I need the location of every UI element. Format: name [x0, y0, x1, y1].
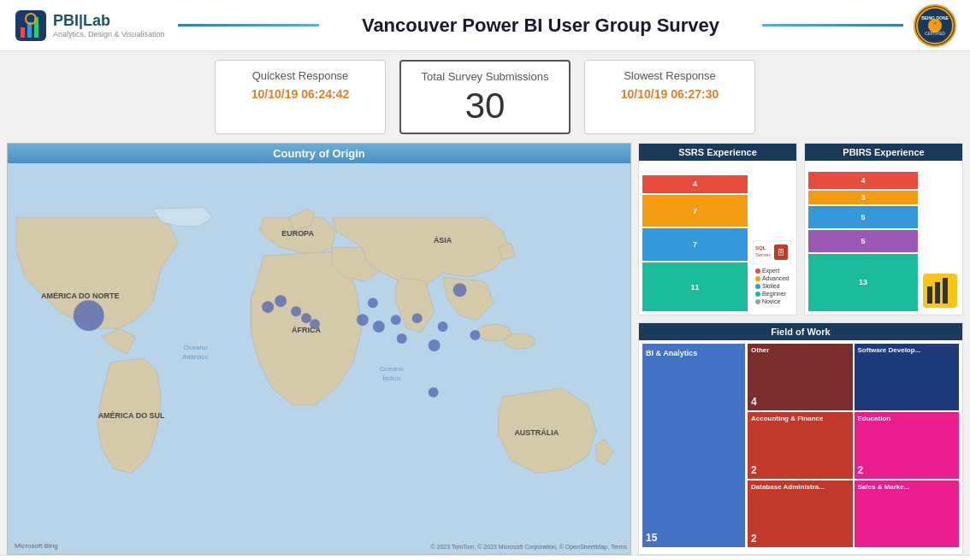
main-content: Country of Origin — [0, 143, 970, 555]
kpi-row: Quickest Response 10/10/19 06:24:42 Tota… — [0, 51, 970, 143]
fow-other-label: Other — [751, 346, 849, 354]
kpi-total: Total Survey Submissions 30 — [399, 60, 571, 134]
svg-point-30 — [373, 321, 385, 333]
logo-subtitle: Analytics, Design & Visualisation — [53, 30, 164, 38]
header-divider-right — [762, 24, 903, 27]
svg-point-38 — [429, 387, 439, 398]
pbirs-bar-5a: 5 — [808, 206, 918, 228]
certification-badge: BEING DONE ✓ CERTIFIED — [914, 4, 956, 47]
svg-point-27 — [301, 313, 311, 323]
ssrs-bar-skilled: 7 — [642, 228, 748, 261]
kpi-quickest-value: 10/10/19 06:24:42 — [233, 87, 368, 101]
pbirs-bar-13: 13 — [808, 254, 918, 311]
fow-accounting: Accounting & Finance 2 — [748, 412, 853, 479]
svg-point-29 — [357, 314, 369, 326]
experience-row: SSRS Experience 4 7 7 11 SQL Server — [638, 143, 963, 315]
kpi-slowest: Slowest Response 10/10/19 06:27:30 — [584, 60, 755, 134]
fow-grid: Other 4 Software Develop... Accounting &… — [748, 344, 959, 547]
svg-text:AMÉRICA DO SUL: AMÉRICA DO SUL — [98, 411, 165, 420]
fow-accounting-label: Accounting & Finance — [751, 415, 849, 422]
svg-text:ÁSIA: ÁSIA — [434, 236, 452, 245]
svg-text:CERTIFIED: CERTIFIED — [925, 32, 945, 36]
world-map-svg: AMÉRICA DO NORTE EUROPA ÁSIA ÁFRICA AMÉR… — [8, 163, 630, 553]
ssrs-bar-area: 4 7 7 11 — [642, 164, 748, 311]
logo-area: PBI|Lab Analytics, Design & Visualisatio… — [14, 9, 168, 43]
sql-server-icon: SQL Server 🗄 — [753, 240, 791, 264]
svg-point-33 — [438, 321, 448, 332]
svg-text:EUROPA: EUROPA — [281, 229, 314, 238]
pbirs-body: 4 3 5 5 13 — [805, 161, 962, 315]
map-copyright: © 2023 TomTom, © 2023 Microsoft Corporat… — [430, 544, 627, 550]
svg-point-37 — [368, 298, 378, 308]
pbirs-title: PBIRS Experience — [805, 144, 962, 161]
fow-other: Other 4 — [748, 344, 853, 410]
fow-sales-label: Sales & Marke... — [858, 483, 956, 491]
svg-text:Índico: Índico — [382, 374, 401, 382]
fow-accounting-value: 2 — [751, 464, 849, 476]
svg-point-39 — [470, 330, 481, 340]
svg-point-36 — [453, 283, 467, 297]
fow-database: Database Administra... 2 — [748, 480, 853, 547]
ssrs-bar-beginner: 11 — [642, 262, 748, 311]
header-divider — [178, 24, 319, 27]
fow-panel: Field of Work BI & Analytics 15 Other 4 … — [638, 322, 963, 555]
bing-logo: Microsoft Bing — [15, 542, 58, 550]
fow-body: BI & Analytics 15 Other 4 Software Devel… — [639, 340, 962, 551]
logo-text-area: PBI|Lab Analytics, Design & Visualisatio… — [53, 12, 164, 38]
fow-title: Field of Work — [639, 323, 962, 340]
fow-database-value: 2 — [751, 533, 849, 545]
svg-point-35 — [429, 339, 441, 351]
svg-text:Atlântico: Atlântico — [182, 353, 209, 361]
fow-other-value: 4 — [751, 396, 849, 408]
pbilab-logo-icon — [14, 9, 48, 43]
ssrs-title: SSRS Experience — [639, 144, 796, 161]
header: PBI|Lab Analytics, Design & Visualisatio… — [0, 0, 970, 51]
svg-point-24 — [262, 301, 274, 313]
ssrs-bar-expert: 4 — [642, 175, 748, 193]
pbirs-bar-area: 4 3 5 5 13 — [808, 164, 918, 311]
svg-rect-46 — [927, 286, 932, 304]
svg-text:Oceano: Oceano — [380, 365, 404, 373]
pbirs-bar-4: 4 — [808, 172, 918, 190]
svg-rect-48 — [943, 278, 948, 304]
kpi-slowest-value: 10/10/19 06:27:30 — [602, 87, 737, 101]
right-panels: SSRS Experience 4 7 7 11 SQL Server — [638, 143, 963, 555]
pbirs-bar-5b: 5 — [808, 230, 918, 252]
kpi-total-label: Total Survey Submissions — [418, 70, 552, 83]
svg-point-12 — [504, 333, 535, 349]
logo-title: PBI|Lab — [53, 12, 164, 30]
fow-education: Education 2 — [855, 412, 960, 479]
pbirs-icon — [923, 274, 957, 308]
pbirs-bar-3: 3 — [808, 191, 918, 204]
fow-bi-analytics: BI & Analytics 15 — [642, 344, 745, 547]
pbirs-panel: PBIRS Experience 4 3 5 5 13 — [804, 143, 963, 315]
svg-point-31 — [391, 315, 401, 325]
ssrs-panel: SSRS Experience 4 7 7 11 SQL Server — [638, 143, 797, 315]
map-container: Country of Origin — [7, 143, 631, 555]
svg-rect-1 — [21, 27, 25, 38]
kpi-quickest: Quickest Response 10/10/19 06:24:42 — [215, 60, 386, 134]
bottom-bar: Microsoft Power BI - + 83% — [0, 555, 970, 560]
fow-bi-value: 15 — [642, 528, 745, 547]
map-title: Country of Origin — [8, 144, 630, 163]
fow-software: Software Develop... — [855, 344, 960, 410]
svg-text:AUSTRÁLIA: AUSTRÁLIA — [514, 428, 559, 437]
fow-sales: Sales & Marke... — [855, 480, 960, 547]
svg-text:SQL: SQL — [755, 245, 766, 251]
map-body: AMÉRICA DO NORTE EUROPA ÁSIA ÁFRICA AMÉR… — [8, 163, 630, 553]
svg-text:Oceano: Oceano — [183, 344, 207, 351]
ssrs-body: 4 7 7 11 SQL Server 🗄 — [639, 161, 796, 315]
svg-point-26 — [291, 306, 301, 316]
svg-point-32 — [412, 313, 423, 323]
kpi-total-value: 30 — [418, 88, 552, 124]
svg-point-23 — [74, 300, 104, 331]
svg-point-28 — [310, 319, 320, 329]
kpi-quickest-label: Quickest Response — [233, 69, 368, 82]
fow-education-value: 2 — [858, 464, 956, 476]
svg-text:Server: Server — [755, 252, 771, 257]
ssrs-bar-advanced: 7 — [642, 195, 748, 227]
fow-education-label: Education — [858, 415, 956, 422]
svg-rect-47 — [935, 282, 940, 304]
svg-text:AMÉRICA DO NORTE: AMÉRICA DO NORTE — [41, 292, 119, 300]
svg-text:✓: ✓ — [933, 21, 937, 26]
